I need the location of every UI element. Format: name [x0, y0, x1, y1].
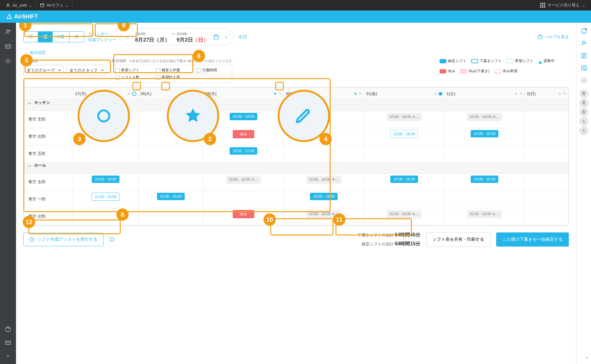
pencil-icon[interactable]: ✎ — [278, 91, 282, 96]
view-tab-週[interactable]: 週 — [38, 32, 53, 42]
shift-cell[interactable]: 10:00 - 18:00 — [444, 174, 525, 191]
shift-chip[interactable]: 10:00 - 18:00 ホ… — [467, 113, 502, 121]
view-tab-日[interactable]: 日 — [24, 32, 38, 42]
shift-cell[interactable] — [284, 128, 364, 145]
shift-cell[interactable] — [138, 208, 203, 225]
shift-cell[interactable]: 16:00 - 21:00 — [203, 145, 284, 163]
staff-bubble[interactable]: 青 — [579, 89, 589, 98]
shift-cell[interactable] — [138, 128, 203, 145]
shift-cell[interactable]: 10:00 - 18:00 キ… — [444, 208, 525, 225]
section-header[interactable]: ︿キッチン — [24, 100, 569, 111]
checkbox-労働時間[interactable]: 労働時間 — [197, 68, 228, 73]
staff-name[interactable]: 青空 一郎 — [24, 191, 73, 208]
shift-cell[interactable]: 10:00 - 18:00 ホ… — [444, 111, 525, 128]
shift-chip[interactable]: 10:00 - 18:00 キ… — [306, 210, 341, 218]
today-button[interactable]: 今日 — [238, 34, 247, 40]
shift-cell[interactable] — [203, 191, 284, 208]
shift-chip[interactable]: 10:00 - 18:00 キ… — [306, 176, 341, 184]
shift-cell[interactable] — [138, 174, 203, 191]
nav-staff-icon[interactable] — [5, 28, 11, 35]
star-icon[interactable]: ★ — [354, 91, 357, 96]
shift-chip[interactable]: 10:00 - 18:00 — [157, 193, 185, 200]
info-badge-icon[interactable] — [581, 28, 587, 34]
shift-cell[interactable]: 10:00 - 18:00 ホ… — [364, 111, 444, 128]
staff-bubble[interactable]: 大 — [579, 126, 589, 135]
shift-chip[interactable]: 10:00 - 18:00 — [92, 176, 119, 183]
shift-cell[interactable]: 休み — [203, 208, 284, 225]
nav-settings-icon[interactable] — [5, 58, 11, 65]
shift-cell[interactable]: 11:00 - 18:00 — [73, 191, 139, 208]
shift-chip[interactable]: 10:00 - 18:00 — [390, 176, 418, 183]
confirm-week-button[interactable]: この週の下書きを一括確定する — [496, 232, 569, 247]
staff-bubble[interactable]: 大 — [579, 117, 589, 126]
section-header[interactable]: ︿ホール — [24, 163, 569, 174]
account-menu[interactable]: Air_shift ⌄ — [2, 0, 36, 10]
nav-expand-icon[interactable]: » — [7, 353, 10, 358]
shift-cell[interactable] — [284, 111, 364, 128]
calendar-link[interactable]: カレンダー — [88, 31, 116, 37]
pencil-icon[interactable]: ✎ — [563, 91, 566, 96]
shift-cell[interactable]: 10:00 - 18:00 キ… — [203, 174, 284, 191]
shift-cell[interactable]: 10:00 - 18:00 — [444, 128, 525, 145]
shift-chip[interactable]: 10:00 - 18:00 ホ… — [387, 113, 422, 121]
add-user-icon[interactable] — [581, 40, 587, 47]
info-icon[interactable] — [109, 237, 115, 242]
shift-assist-button[interactable]: シフト作成アシストを実行する — [23, 233, 103, 246]
day-header-4[interactable]: 31(金)★ — [364, 88, 444, 100]
day-header-6[interactable]: 2(日)★✎ — [525, 88, 569, 100]
shift-cell[interactable] — [444, 191, 525, 208]
shift-cell[interactable] — [73, 208, 139, 225]
calendar-icon[interactable] — [213, 34, 219, 40]
shift-cell[interactable] — [525, 174, 569, 191]
shift-cell[interactable]: 10:00 - 18:00 — [364, 174, 444, 191]
checkbox-概算人件費[interactable]: 概算人件費 — [156, 68, 191, 73]
shift-cell[interactable]: 10:00 - 18:00 — [138, 191, 203, 208]
shift-cell[interactable]: 10:00 - 18:00 キ… — [364, 208, 444, 225]
display-settings-toggle[interactable]: ︿ 表示設定 — [23, 50, 569, 55]
shift-cell[interactable] — [73, 128, 139, 145]
shift-chip[interactable]: 10:00 - 18:00 — [230, 113, 257, 120]
star-icon[interactable]: ★ — [273, 91, 277, 96]
group-select[interactable]: 全てのグループ — [23, 65, 64, 76]
day-header-2[interactable]: 29(水)★✎ — [203, 88, 284, 100]
shift-chip[interactable]: 10:00 - 18:00 — [92, 113, 119, 120]
shift-cell[interactable] — [364, 191, 444, 208]
circle-icon[interactable] — [132, 92, 136, 96]
shift-cell[interactable]: 10:00 - 18:00 — [73, 174, 139, 191]
shift-cell[interactable]: 10:00 - 18:00 キ… — [284, 208, 364, 225]
shift-chip[interactable]: 10:00 - 18:00 — [310, 193, 338, 200]
shift-cell[interactable]: 休み — [203, 128, 284, 145]
shift-cell[interactable] — [444, 145, 525, 163]
help-link[interactable]: ヘルプを見る — [537, 34, 569, 40]
shift-chip[interactable]: 10:00 - 18:00 — [471, 130, 498, 137]
day-header-5[interactable]: 1(土)★✎ — [444, 88, 525, 100]
shift-cell[interactable] — [525, 128, 569, 145]
staff-name[interactable]: 青空 太郎 — [24, 174, 73, 191]
circle-fill-icon[interactable] — [439, 92, 442, 96]
pencil-icon[interactable]: ✎ — [519, 91, 523, 96]
nav-help-icon[interactable] — [5, 326, 11, 333]
pencil-icon[interactable]: ✎ — [359, 91, 362, 96]
shift-cell[interactable]: 10:00 - 18:00 — [73, 111, 139, 128]
staff-name[interactable]: 青空 太郎 — [24, 111, 73, 128]
checkbox-希望叶え率[interactable]: 希望叶え率 — [156, 75, 191, 80]
chat-icon[interactable] — [581, 77, 587, 84]
circle-icon[interactable] — [197, 92, 201, 96]
service-switch[interactable]: サービス切り替え ⌄ — [537, 2, 589, 8]
day-header-0[interactable]: 27(月)★ — [73, 88, 139, 100]
staff-bubble[interactable]: 青 — [579, 98, 589, 108]
star-icon[interactable]: ★ — [127, 91, 131, 96]
shift-cell[interactable] — [138, 145, 203, 163]
shift-chip[interactable]: 休み — [233, 210, 254, 218]
collapse-right-icon[interactable]: « — [586, 355, 588, 360]
shift-cell[interactable] — [525, 191, 569, 208]
shift-chip[interactable]: 10:00 - 18:00 キ… — [387, 210, 422, 218]
nav-mail-icon[interactable] — [5, 339, 11, 346]
star-icon[interactable]: ★ — [434, 91, 437, 96]
staff-select[interactable]: 全てのスタッフ — [66, 65, 107, 76]
shift-cell[interactable] — [525, 111, 569, 128]
prev-week-button[interactable]: ‹ — [125, 34, 131, 40]
view-tab-月[interactable]: 月 — [70, 32, 84, 42]
store-menu[interactable]: Airカフェ ⌄ — [36, 0, 73, 10]
shift-cell[interactable]: 10:00 - 18:00 — [203, 111, 284, 128]
